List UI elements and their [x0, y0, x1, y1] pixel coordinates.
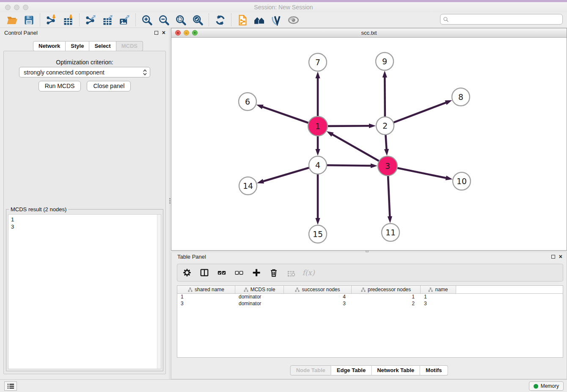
window-titlebar: Session: New Session: [0, 2, 567, 12]
open-session-icon[interactable]: [3, 13, 20, 27]
edge-3-11[interactable]: [388, 175, 390, 217]
close-table-panel-icon[interactable]: ×: [559, 254, 562, 259]
zoom-fit-icon[interactable]: [172, 13, 189, 27]
edge-arrow-2-9: [383, 71, 387, 77]
header-filler: [456, 286, 563, 293]
table-panel: Table Panel × f(x) shared nameMCDS roles…: [171, 252, 567, 379]
cell-MCDS-role[interactable]: dominator: [235, 294, 284, 301]
cell-MCDS-role[interactable]: dominator: [235, 301, 284, 307]
zoom-in-icon[interactable]: [138, 13, 155, 27]
edge-arrow-3-11: [388, 216, 392, 223]
edge-1-2[interactable]: [327, 126, 370, 126]
cell-predecessor-nodes[interactable]: 1: [352, 294, 421, 301]
memory-status-icon: [534, 384, 538, 389]
table-panel-title: Table Panel: [177, 254, 206, 260]
tab-motifs[interactable]: Motifs: [420, 365, 448, 375]
edge-2-3[interactable]: [385, 134, 386, 150]
tab-edge-table[interactable]: Edge Table: [331, 365, 372, 375]
mcds-result-group: MCDS result (2 nodes) 1 3: [6, 209, 163, 371]
refresh-icon[interactable]: [212, 13, 228, 27]
edge-2-8[interactable]: [393, 102, 447, 123]
column-header-successor-nodes[interactable]: successor nodes: [284, 286, 352, 293]
column-header-MCDS-role[interactable]: MCDS role: [235, 286, 284, 293]
zoom-selected-icon[interactable]: [189, 13, 206, 27]
export-table-icon[interactable]: [99, 13, 116, 27]
mcds-result-lines: 1 3: [11, 216, 14, 230]
table-panel-tabs: Node TableEdge TableNetwork TableMotifs: [290, 365, 448, 375]
node-label-7: 7: [315, 58, 320, 67]
node-label-9: 9: [382, 57, 387, 66]
edge-4-3[interactable]: [326, 165, 372, 166]
mcds-result-textarea[interactable]: 1 3: [8, 214, 161, 369]
run-mcds-button[interactable]: Run MCDS: [39, 81, 81, 91]
search-field[interactable]: [440, 14, 563, 25]
tab-network-table[interactable]: Network Table: [372, 365, 420, 375]
optimization-criterion-dropdown[interactable]: strongly connected component: [19, 67, 150, 77]
table-row[interactable]: 3dominator323: [177, 301, 563, 307]
zoom-out-icon[interactable]: [155, 13, 172, 27]
select-all-icon[interactable]: [216, 267, 227, 278]
new-network-icon[interactable]: [234, 13, 251, 27]
control-panel-tabs: NetworkStyleSelectMCDS: [33, 41, 143, 51]
home-icon[interactable]: [251, 13, 268, 27]
import-network-icon[interactable]: [43, 13, 60, 27]
hide-panel-icon[interactable]: [285, 13, 302, 27]
cell-successor-nodes[interactable]: 4: [284, 294, 352, 301]
toolbar-separator: [231, 14, 231, 26]
node-label-10: 10: [457, 177, 467, 186]
dropdown-stepper-icon: [143, 69, 147, 77]
float-table-panel-icon[interactable]: [551, 255, 555, 259]
settings-icon[interactable]: [182, 267, 193, 278]
save-session-icon[interactable]: [20, 13, 37, 27]
search-input[interactable]: [449, 15, 562, 24]
deselect-all-icon[interactable]: [234, 267, 245, 278]
cell-shared-name[interactable]: 3: [177, 301, 235, 307]
cell-predecessor-nodes[interactable]: 2: [352, 301, 421, 307]
tab-node-table[interactable]: Node Table: [290, 365, 331, 375]
table-header-row: shared nameMCDS rolesuccessor nodesprede…: [177, 286, 563, 294]
edge-3-10[interactable]: [397, 168, 447, 178]
export-image-icon[interactable]: [116, 13, 133, 27]
task-history-button[interactable]: [4, 381, 17, 391]
edge-arrow-4-14: [257, 179, 264, 184]
cell-name[interactable]: 1: [421, 294, 456, 301]
node-label-2: 2: [383, 121, 388, 130]
delete-icon[interactable]: [268, 267, 279, 278]
network-window-titlebar[interactable]: × − + scc.txt: [171, 28, 567, 38]
vizmap-icon[interactable]: [268, 13, 285, 27]
edge-4-14[interactable]: [263, 168, 310, 182]
network-view-window: × − + scc.txt 7968123414101511: [171, 28, 567, 251]
cell-name[interactable]: 3: [421, 301, 456, 307]
table-row[interactable]: 1dominator411: [177, 294, 563, 301]
window-title: Session: New Session: [0, 4, 567, 11]
column-type-icon: [361, 287, 366, 292]
cell-shared-name[interactable]: 1: [177, 294, 235, 301]
list-icon: [6, 382, 15, 390]
close-panel-button[interactable]: Close panel: [87, 81, 131, 91]
control-panel: Control Panel × NetworkStyleSelectMCDS O…: [0, 28, 169, 379]
network-canvas[interactable]: 7968123414101511: [171, 38, 567, 250]
edge-3-1[interactable]: [332, 134, 380, 161]
add-icon[interactable]: [251, 267, 262, 278]
edge-2-9[interactable]: [385, 77, 385, 117]
control-panel-title: Control Panel: [4, 30, 38, 36]
export-network-icon[interactable]: [82, 13, 99, 27]
cell-successor-nodes[interactable]: 3: [284, 301, 352, 307]
column-header-shared-name[interactable]: shared name: [177, 286, 235, 293]
close-panel-icon[interactable]: ×: [162, 30, 165, 35]
dropdown-value: strongly connected component: [24, 69, 105, 76]
toolbar-separator: [135, 14, 136, 26]
split-view-icon[interactable]: [199, 267, 210, 278]
tab-style[interactable]: Style: [66, 41, 89, 51]
float-panel-icon[interactable]: [154, 31, 158, 35]
column-header-name[interactable]: name: [421, 286, 456, 293]
tab-mcds[interactable]: MCDS: [116, 41, 143, 51]
tab-select[interactable]: Select: [89, 41, 116, 51]
import-table-icon[interactable]: [60, 13, 77, 27]
result-scrollbar[interactable]: [157, 215, 161, 369]
edge-arrow-3-1: [327, 131, 334, 137]
memory-button[interactable]: Memory: [529, 381, 564, 391]
edge-1-6[interactable]: [262, 107, 309, 123]
tab-network[interactable]: Network: [33, 41, 66, 51]
column-header-predecessor-nodes[interactable]: predecessor nodes: [352, 286, 421, 293]
